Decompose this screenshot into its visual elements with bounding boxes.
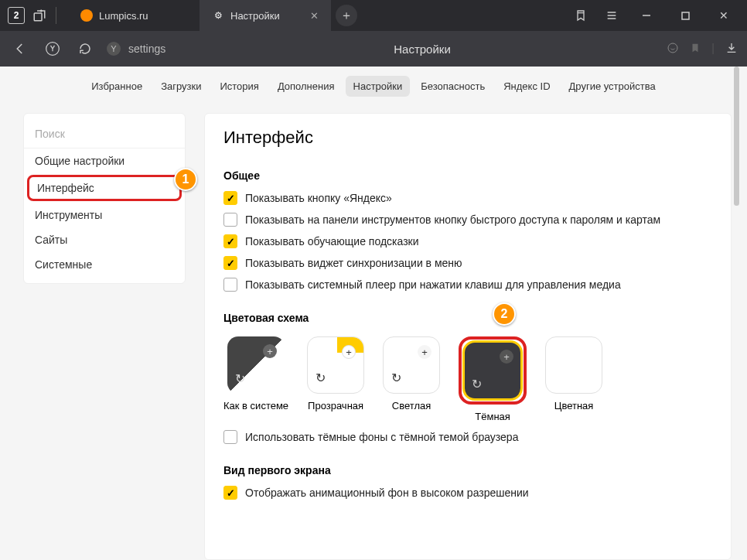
maximize-button[interactable] <box>670 4 701 27</box>
checkbox[interactable] <box>223 256 237 270</box>
theme-option-system[interactable]: + ↻ Как в системе <box>223 336 288 422</box>
sidebar-item-sites[interactable]: Сайты <box>24 227 185 252</box>
address-bar[interactable]: Y settings Настройки | <box>107 43 738 56</box>
checkbox[interactable] <box>223 486 237 500</box>
theme-picker: + ↻ Как в системе + ↻ Прозрачная <box>223 336 712 422</box>
scrollbar[interactable] <box>734 67 739 206</box>
downloads-icon[interactable] <box>725 42 738 56</box>
callout-badge-2: 2 <box>493 302 516 326</box>
plus-icon: + <box>418 345 431 359</box>
minimize-button[interactable] <box>631 4 662 27</box>
plus-icon: + <box>263 344 277 358</box>
plus-icon: + <box>342 345 356 359</box>
checkbox[interactable] <box>223 278 237 292</box>
topnav-item[interactable]: Другие устройства <box>561 76 663 97</box>
new-tab-group-icon[interactable] <box>28 4 51 27</box>
checkbox-label: Использовать тёмные фоны с тёмной темой … <box>245 431 518 443</box>
topnav-item[interactable]: Дополнения <box>270 76 343 97</box>
menu-icon[interactable] <box>600 4 623 27</box>
checkbox-label: Показывать системный плеер при нажатии к… <box>245 278 621 291</box>
tab-label: Lumpics.ru <box>99 10 148 22</box>
theme-option-transparent[interactable]: + ↻ Прозрачная <box>307 336 364 422</box>
settings-topnav: Избранное Загрузки История Дополнения На… <box>0 67 747 105</box>
sidebar-item-system[interactable]: Системные <box>24 252 185 277</box>
theme-label: Светлая <box>392 400 431 411</box>
checkbox-row[interactable]: Показывать на панели инструментов кнопку… <box>223 213 712 227</box>
reload-icon: ↻ <box>235 371 245 386</box>
panel-heading: Интерфейс <box>223 128 712 148</box>
svg-point-4 <box>668 43 677 53</box>
tab-count-badge[interactable]: 2 <box>8 7 25 24</box>
reload-icon: ↻ <box>472 377 482 391</box>
reload-icon: ↻ <box>316 370 326 385</box>
theme-option-color[interactable]: Цветная <box>545 336 602 422</box>
divider <box>56 7 63 24</box>
settings-sidebar: Поиск Общие настройки Интерфейс Инструме… <box>23 113 186 284</box>
feedback-icon[interactable] <box>667 42 679 56</box>
topnav-item[interactable]: Избранное <box>84 76 150 97</box>
bookmark-icon[interactable] <box>569 4 592 27</box>
tab-lumpics[interactable]: Lumpics.ru <box>68 0 200 31</box>
theme-label: Цветная <box>554 400 594 411</box>
divider: | <box>711 42 715 56</box>
page-content: Избранное Загрузки История Дополнения На… <box>0 67 747 560</box>
checkbox-label: Показывать кнопку «Яндекс» <box>245 192 392 204</box>
checkbox-label: Отображать анимационный фон в высоком ра… <box>245 487 529 499</box>
browser-toolbar: Y settings Настройки | <box>0 31 747 67</box>
checkbox-label: Показывать на панели инструментов кнопку… <box>245 213 660 226</box>
plus-icon: + <box>500 350 513 364</box>
theme-option-light[interactable]: + ↻ Светлая <box>383 336 440 422</box>
browser-titlebar: 2 Lumpics.ru ⚙ Настройки ✕ ＋ ✕ <box>0 0 747 31</box>
reload-button[interactable] <box>74 38 96 60</box>
checkbox-row[interactable]: Показывать системный плеер при нажатии к… <box>223 278 712 292</box>
yandex-home-icon[interactable] <box>42 38 63 60</box>
section-title-general: Общее <box>223 169 712 182</box>
svg-rect-0 <box>34 13 42 21</box>
back-button[interactable] <box>9 38 31 60</box>
theme-label: Тёмная <box>475 411 510 422</box>
theme-label: Прозрачная <box>308 400 363 411</box>
close-window-button[interactable]: ✕ <box>708 4 739 27</box>
theme-label: Как в системе <box>223 400 288 411</box>
tab-label: Настройки <box>230 10 280 22</box>
checkbox-label: Показывать обучающие подсказки <box>245 235 419 248</box>
checkbox[interactable] <box>223 234 237 248</box>
favicon-icon <box>80 9 93 22</box>
section-title-colorscheme: Цветовая схема <box>223 312 712 324</box>
topnav-item[interactable]: Загрузки <box>153 76 209 97</box>
search-input[interactable]: Поиск <box>24 120 185 149</box>
settings-panel: Интерфейс Общее Показывать кнопку «Яндек… <box>204 113 732 560</box>
checkbox[interactable] <box>223 213 237 227</box>
reload-icon: ↻ <box>391 370 401 385</box>
checkbox-row[interactable]: Отображать анимационный фон в высоком ра… <box>223 486 712 500</box>
topnav-item[interactable]: Настройки <box>346 76 411 97</box>
checkbox-row[interactable]: Показывать обучающие подсказки <box>223 234 712 248</box>
sidebar-item-tools[interactable]: Инструменты <box>24 203 185 227</box>
bookmark-page-icon[interactable] <box>690 42 701 56</box>
theme-option-dark[interactable]: + ↻ Тёмная <box>459 336 527 422</box>
checkbox[interactable] <box>223 430 237 444</box>
sidebar-item-interface[interactable]: Интерфейс <box>27 175 182 201</box>
page-title: Настройки <box>394 43 451 56</box>
svg-rect-2 <box>682 12 689 19</box>
topnav-item[interactable]: Яндекс ID <box>496 76 558 97</box>
url-text: settings <box>128 43 165 55</box>
callout-badge-1: 1 <box>174 168 197 191</box>
gear-icon: ⚙ <box>212 9 224 22</box>
checkbox[interactable] <box>223 191 237 205</box>
checkbox-label: Показывать виджет синхронизации в меню <box>245 257 462 269</box>
checkbox-row[interactable]: Использовать тёмные фоны с тёмной темой … <box>223 430 712 444</box>
section-title-firstscreen: Вид первого экрана <box>223 464 712 476</box>
tab-settings[interactable]: ⚙ Настройки ✕ <box>200 0 331 31</box>
close-icon[interactable]: ✕ <box>310 10 319 22</box>
add-tab-button[interactable]: ＋ <box>336 5 357 26</box>
topnav-item[interactable]: Безопасность <box>413 76 493 97</box>
sidebar-item-general[interactable]: Общие настройки <box>24 149 185 173</box>
topnav-item[interactable]: История <box>212 76 266 97</box>
site-icon: Y <box>107 42 121 56</box>
checkbox-row[interactable]: Показывать виджет синхронизации в меню <box>223 256 712 270</box>
checkbox-row[interactable]: Показывать кнопку «Яндекс» <box>223 191 712 205</box>
